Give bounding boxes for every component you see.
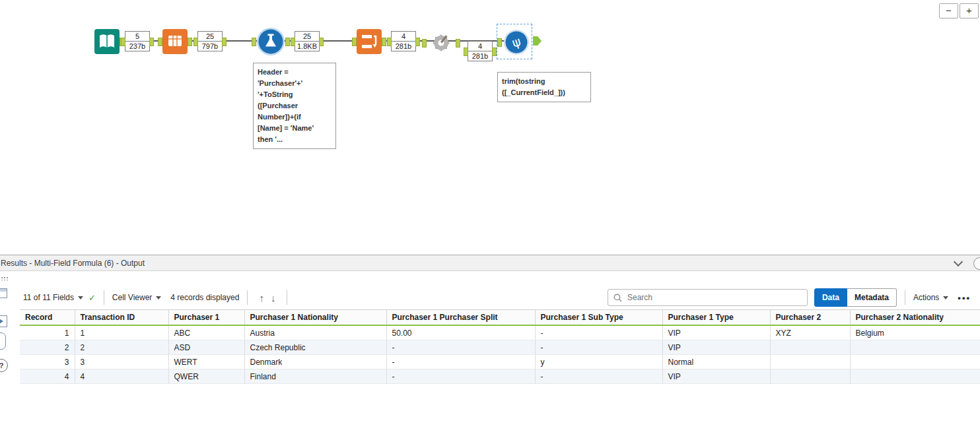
table-cell[interactable] [850,340,980,355]
column-header[interactable]: Purchaser 1 Purchaser Split [386,310,535,326]
records-displayed-label: 4 records displayed [170,293,239,302]
table-cell[interactable] [770,340,850,355]
workflow-canvas[interactable]: − + 5 237b 25 797b [0,0,980,255]
search-icon [613,294,622,302]
output-anchor-icon[interactable] [533,36,542,46]
table-cell[interactable]: Czech Republic [244,340,386,355]
search-box[interactable] [608,289,808,306]
table-cell[interactable]: y [535,355,662,369]
table-cell[interactable]: - [535,369,662,384]
table-cell[interactable]: Normal [662,355,770,369]
trim-annotation[interactable]: trim(tostring ([_CurrentField_])) [497,72,591,102]
column-header[interactable]: Transaction ID [75,310,168,326]
table-cell[interactable]: 3 [75,355,168,369]
separator [104,290,104,305]
table-cell[interactable]: Finland [244,369,386,384]
badge-size: 281b [392,42,415,51]
move-up-icon[interactable]: ↑ [259,292,264,303]
table-cell[interactable]: ASD [168,340,244,355]
results-header[interactable]: Results - Multi-Field Formula (6) - Outp… [0,255,980,271]
chevron-down-icon [156,296,161,300]
data-metadata-toggle: Data Metadata [814,288,897,307]
macro-gear-tool[interactable] [427,28,456,57]
book-icon [94,29,120,54]
table-cell[interactable] [770,369,850,384]
results-body: 11 of 11 Fields ✓ Cell Viewer 4 records … [0,270,980,442]
table-row[interactable]: 4 4 QWER Finland - - VIP [20,369,980,384]
table-cell[interactable]: 4 [75,369,168,384]
metadata-button[interactable]: Metadata [847,288,897,307]
zoom-in-button[interactable]: + [960,3,979,18]
record-cell[interactable]: 1 [20,325,75,340]
formula-tool[interactable] [256,27,285,56]
move-down-icon[interactable]: ↓ [271,292,276,303]
table-row[interactable]: 3 3 WERT Denmark - y Normal [20,355,980,369]
table-cell[interactable]: - [386,369,535,384]
table-cell[interactable] [850,369,980,384]
record-count-badge: 25 1.8KB [295,31,320,51]
table-cell[interactable]: WERT [168,355,244,369]
fields-check-icon: ✓ [88,293,96,303]
column-header[interactable]: Purchaser 1 Type [662,310,770,326]
column-header[interactable]: Purchaser 2 [770,310,850,326]
badge-count: 5 [125,32,149,42]
badge-count: 25 [295,32,319,42]
table-header-row: Record Transaction ID Purchaser 1 Purcha… [20,310,980,326]
more-options-icon[interactable]: ••• [958,293,971,303]
table-split-icon [162,29,188,54]
table-cell[interactable]: 2 [75,340,168,355]
multi-field-formula-tool[interactable]: ψ [502,28,531,57]
column-header[interactable]: Record [20,310,75,326]
pivot-arrows-icon [357,29,382,54]
table-cell[interactable]: - [535,325,662,340]
cell-viewer-dropdown[interactable]: Cell Viewer [112,293,152,302]
table-cell[interactable]: VIP [662,340,770,355]
data-button[interactable]: Data [814,288,847,307]
table-cell[interactable] [770,355,850,369]
zoom-out-button[interactable]: − [939,3,958,18]
record-cell[interactable]: 2 [20,340,75,355]
formula-annotation[interactable]: Header = 'Purchaser'+' '+ToString ([Purc… [253,63,336,149]
actions-dropdown[interactable]: Actions [913,293,948,302]
text-to-columns-tool[interactable] [162,29,188,54]
column-header[interactable]: Purchaser 1 Nationality [244,310,386,326]
record-count-badge: 25 797b [197,31,223,51]
table-row[interactable]: 2 2 ASD Czech Republic - - VIP [20,340,980,355]
badge-size: 1.8KB [295,42,319,51]
table-cell[interactable]: 1 [75,325,168,340]
record-cell[interactable]: 3 [20,355,75,369]
table-cell[interactable]: VIP [662,325,770,340]
table-cell[interactable]: ABC [168,325,244,340]
column-header[interactable]: Purchaser 1 [168,310,244,326]
table-cell[interactable]: - [386,340,535,355]
chevron-down-icon [943,296,948,300]
table-cell[interactable]: - [386,355,535,369]
badge-size: 281b [468,51,492,61]
column-header[interactable]: Purchaser 2 Nationality [850,310,980,326]
table-cell[interactable]: 50.00 [386,325,535,340]
table-cell[interactable]: Austria [244,325,386,340]
table-cell[interactable]: Denmark [244,355,386,369]
gear-icon [428,30,454,56]
column-header[interactable]: Purchaser 1 Sub Type [535,310,662,326]
fields-dropdown[interactable]: 11 of 11 Fields [23,293,74,302]
record-cell[interactable]: 4 [20,369,75,384]
table-cell[interactable]: XYZ [770,325,850,340]
results-table: Record Transaction ID Purchaser 1 Purcha… [20,309,980,384]
table-cell[interactable]: - [535,340,662,355]
header-edge-icon[interactable] [973,257,980,270]
cross-tab-tool[interactable] [357,29,382,54]
table-cell[interactable]: QWER [168,369,244,384]
chevron-down-icon[interactable] [954,257,963,267]
table-cell[interactable] [850,355,980,369]
results-toolbar: 11 of 11 Fields ✓ Cell Viewer 4 records … [0,288,980,307]
multi-field-formula-icon: ψ [503,29,530,55]
table-cell[interactable]: Belgium [850,325,980,340]
separator [905,290,905,305]
search-input[interactable] [626,292,802,303]
input-data-tool[interactable] [94,29,120,54]
badge-count: 4 [468,42,492,51]
table-row[interactable]: 1 1 ABC Austria 50.00 - VIP XYZ Belgium [20,325,980,340]
record-count-badge: 4 281b [391,31,416,51]
table-cell[interactable]: VIP [662,369,770,384]
